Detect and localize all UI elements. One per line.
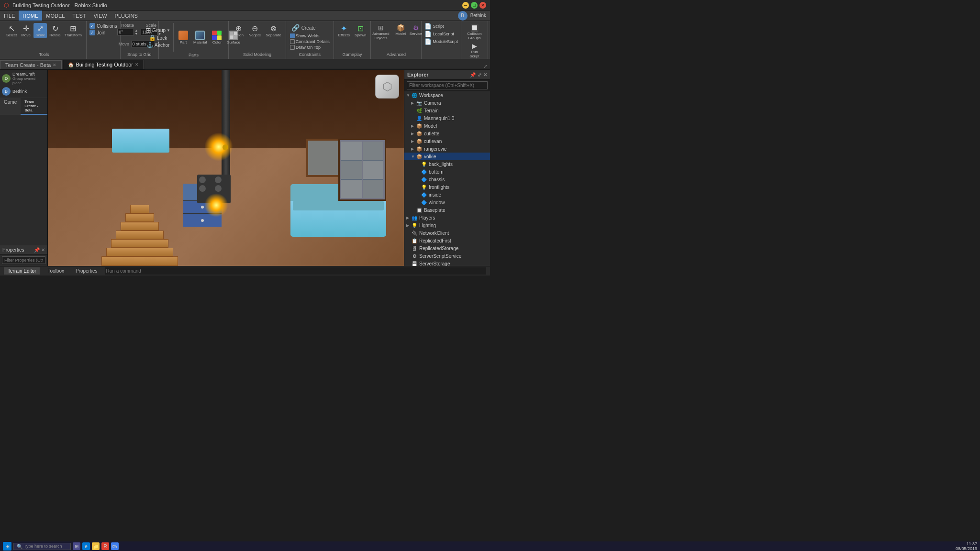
explorer-close[interactable]: ✕ bbox=[483, 72, 487, 77]
material-button[interactable]: Material bbox=[192, 30, 208, 45]
tree-lighting[interactable]: ▶ 💡 Lighting bbox=[404, 221, 490, 229]
select-button[interactable]: ↖ Select bbox=[5, 23, 18, 38]
tree-frontlights[interactable]: 💡 frontlights bbox=[404, 183, 490, 191]
tree-workspace[interactable]: ▼ 🌐 Workspace bbox=[404, 91, 490, 99]
tree-rangerovie[interactable]: ▶ 📦 rangerovie bbox=[404, 145, 490, 153]
viewport[interactable]: ⬡ bbox=[48, 70, 404, 266]
game-tab[interactable]: Game bbox=[0, 98, 21, 115]
tree-bottom[interactable]: 🔷 bottom bbox=[404, 168, 490, 176]
model-button[interactable]: 📦 Model bbox=[394, 23, 407, 41]
create-constraint-button[interactable]: 🔗 Create bbox=[290, 23, 330, 33]
tree-terrain[interactable]: 🌿 Terrain bbox=[404, 107, 490, 114]
toolbox-tab[interactable]: Toolbox bbox=[44, 267, 67, 275]
show-welds-toggle[interactable]: Show Welds bbox=[290, 33, 330, 38]
explorer-controls[interactable]: 📌 ⤢ ✕ bbox=[470, 72, 487, 77]
terrain-editor-tab[interactable]: Terrain Editor bbox=[4, 267, 40, 275]
left-panel-content bbox=[0, 115, 47, 245]
script-button[interactable]: 📄 Script bbox=[424, 23, 458, 30]
tab-building-testing-close[interactable]: ✕ bbox=[135, 62, 139, 67]
module-script-button[interactable]: 📄 ModuleScript bbox=[424, 38, 458, 45]
maximize-button[interactable]: □ bbox=[471, 2, 478, 9]
team-create-tab[interactable]: Team Create - Beta bbox=[21, 98, 47, 115]
properties-tab[interactable]: Properties bbox=[72, 267, 101, 275]
nav-cube[interactable]: ⬡ bbox=[375, 75, 399, 99]
tree-mannequin[interactable]: 👤 Mannequin1.0 bbox=[404, 114, 490, 122]
join-toggle[interactable]: ✓ Join bbox=[89, 30, 117, 35]
minimize-button[interactable]: ─ bbox=[462, 2, 469, 9]
tree-volkie[interactable]: ▼ 📦 volkie bbox=[404, 153, 490, 160]
tab-team-create[interactable]: Team Create - Beta ✕ bbox=[0, 60, 62, 69]
baseplate-icon: 🔲 bbox=[416, 207, 423, 213]
tree-window[interactable]: 🔷 window bbox=[404, 198, 490, 206]
union-button[interactable]: ⊕ Union bbox=[232, 23, 245, 38]
menu-plugins[interactable]: PLUGINS bbox=[111, 11, 142, 21]
constraint-details-toggle[interactable]: Constraint Details bbox=[290, 39, 330, 44]
negate-button[interactable]: ⊖ Negate bbox=[247, 23, 262, 38]
close-button[interactable]: ✕ bbox=[479, 2, 486, 9]
transform-button[interactable]: ⊞ Transform bbox=[63, 23, 83, 38]
tree-model[interactable]: ▶ 📦 Model bbox=[404, 122, 490, 130]
maximize-viewport[interactable]: ⤢ bbox=[480, 64, 490, 69]
spawn-button[interactable]: ⊡ Spawn bbox=[353, 23, 368, 38]
tree-server-script[interactable]: ⚙ ServerScriptService bbox=[404, 252, 490, 260]
tree-cutlevan[interactable]: ▶ 📦 cutlevan bbox=[404, 137, 490, 145]
menu-home[interactable]: HOME bbox=[19, 11, 42, 21]
menu-test[interactable]: TEST bbox=[68, 11, 89, 21]
service-button[interactable]: ⚙ Service bbox=[409, 23, 423, 41]
tree-chassis[interactable]: 🔷 chassis bbox=[404, 176, 490, 183]
advanced-section: ⊞ Advanced Objects 📦 Model ⚙ Service Adv… bbox=[371, 21, 422, 59]
camera-chevron: ▶ bbox=[411, 101, 416, 105]
tree-back-lights[interactable]: 💡 back_lights bbox=[404, 160, 490, 168]
tabs-row: Team Create - Beta ✕ 🏠 Building Testing … bbox=[0, 59, 490, 70]
tree-players[interactable]: ▶ 👥 Players bbox=[404, 214, 490, 221]
collision-groups-button[interactable]: 🔲 Collision Groups bbox=[464, 23, 485, 41]
properties-controls[interactable]: 📌 ✕ bbox=[34, 247, 45, 253]
menu-view[interactable]: VIEW bbox=[89, 11, 111, 21]
tab-team-create-close[interactable]: ✕ bbox=[53, 63, 56, 67]
explorer-pin[interactable]: 📌 bbox=[470, 72, 476, 77]
tree-replicated-storage[interactable]: 🗄 ReplicatedStorage bbox=[404, 244, 490, 252]
lock-button[interactable]: 🔒 Lock bbox=[149, 34, 167, 41]
union-icon: ⊕ bbox=[235, 24, 242, 33]
menu-file[interactable]: FILE bbox=[0, 11, 19, 21]
tree-server-storage[interactable]: 💾 ServerStorage bbox=[404, 260, 490, 266]
inside-icon: 🔷 bbox=[421, 191, 427, 198]
scale-button[interactable]: ⤢ Scale bbox=[33, 23, 47, 38]
server-script-icon: ⚙ bbox=[411, 253, 418, 259]
tree-camera[interactable]: ▶ 📷 Camera bbox=[404, 99, 490, 107]
draw-on-top-toggle[interactable]: Draw On Top bbox=[290, 45, 330, 50]
properties-pin[interactable]: 📌 bbox=[34, 247, 40, 253]
command-input[interactable] bbox=[105, 267, 486, 275]
local-script-button[interactable]: 📄 LocalScript bbox=[424, 31, 458, 37]
rotate-input[interactable] bbox=[117, 29, 134, 35]
nav-cube-sphere: ⬡ bbox=[382, 80, 392, 93]
explorer-maximize[interactable]: ⤢ bbox=[478, 72, 481, 77]
tree-replicated-first[interactable]: 📋 ReplicatedFirst bbox=[404, 237, 490, 244]
tree-baseplate[interactable]: 🔲 Baseplate bbox=[404, 206, 490, 214]
camera-icon: 📷 bbox=[416, 99, 423, 106]
properties-close[interactable]: ✕ bbox=[41, 247, 45, 253]
titlebar-controls[interactable]: ─ □ ✕ bbox=[462, 2, 486, 9]
color-button[interactable]: Color bbox=[210, 30, 223, 45]
menu-model[interactable]: MODEL bbox=[42, 11, 68, 21]
advanced-objects-button[interactable]: ⊞ Advanced Objects bbox=[370, 23, 392, 41]
tree-network-client[interactable]: 🔌 NetworkClient bbox=[404, 229, 490, 237]
anchor-button[interactable]: ⚓ Anchor bbox=[146, 42, 170, 48]
window-icon: 🔷 bbox=[421, 199, 427, 206]
explorer-search[interactable] bbox=[407, 81, 488, 89]
players-chevron: ▶ bbox=[406, 216, 411, 220]
tab-building-testing[interactable]: 🏠 Building Testing Outdoor ✕ bbox=[63, 60, 144, 69]
run-script-button[interactable]: ▶ Run Script bbox=[464, 41, 485, 59]
model-icon: 📦 bbox=[416, 122, 423, 129]
part-button[interactable]: Part bbox=[177, 30, 190, 45]
collisions-toggle[interactable]: ✓ Collisions bbox=[89, 23, 117, 29]
group-button[interactable]: ⊞ Group ▼ bbox=[145, 26, 170, 34]
separate-button[interactable]: ⊗ Separate bbox=[264, 23, 282, 38]
move-button[interactable]: ✛ Move bbox=[19, 23, 33, 38]
effects-button[interactable]: ✦ Effects bbox=[337, 23, 351, 38]
rotate-button[interactable]: ↻ Rotate bbox=[48, 23, 62, 38]
tree-cutlette[interactable]: ▶ 📦 cutlette bbox=[404, 130, 490, 137]
tree-inside[interactable]: 🔷 inside bbox=[404, 191, 490, 198]
properties-filter[interactable] bbox=[2, 256, 45, 264]
rotate-arrows[interactable]: ▲▼ bbox=[134, 29, 138, 35]
